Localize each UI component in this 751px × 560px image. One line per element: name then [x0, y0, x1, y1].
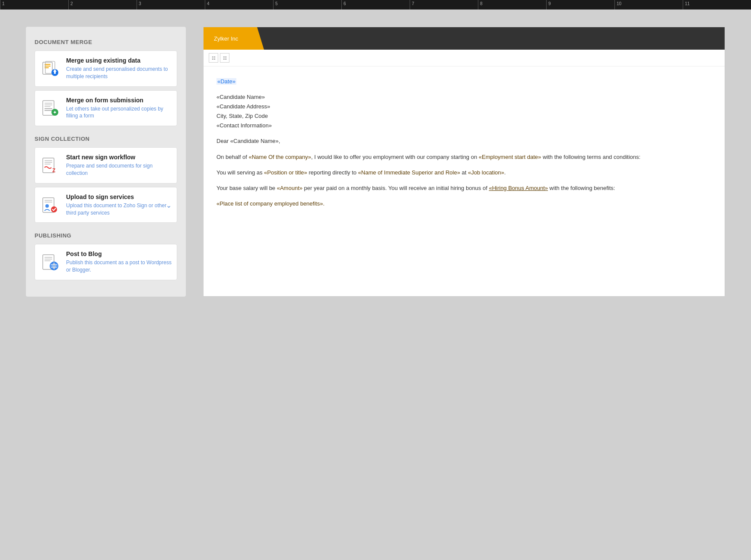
svg-rect-18	[45, 160, 52, 161]
superior-field: «Name of Immediate Superior and Role»	[358, 169, 460, 176]
start-sign-text: Start new sign workflow Prepare and send…	[66, 154, 172, 177]
city-state-zip-field: City, State, Zip Code	[216, 111, 712, 121]
location-field: «Job location»	[468, 169, 504, 176]
paragraph2: You will serving as «Position or title» …	[216, 168, 712, 177]
ruler-mark: 8	[478, 0, 546, 9]
post-blog-text: Post to Blog Publish this document as a …	[66, 250, 172, 274]
svg-rect-24	[45, 202, 52, 202]
ruler-mark: 5	[273, 0, 341, 9]
section-title-document-merge: DOCUMENT MERGE	[35, 39, 177, 45]
candidate-address-field: «Candidate Address»	[216, 102, 712, 111]
sign-workflow-icon: Z	[40, 155, 60, 175]
merge-form-text: Merge on form submission Let others take…	[66, 97, 172, 120]
ruler-mark: 2	[68, 0, 137, 9]
chevron-down-icon: ⌄	[166, 201, 172, 209]
greeting-paragraph: Dear «Candidate Name»,	[216, 136, 712, 146]
paragraph1: On behalf of «Name Of the company», I wo…	[216, 152, 712, 162]
document-header: Zylker Inc	[204, 27, 725, 50]
upload-sign-text: Upload to sign services Upload this docu…	[66, 193, 172, 217]
svg-text:Z: Z	[52, 168, 55, 174]
svg-rect-7	[54, 71, 56, 74]
menu-item-upload-sign[interactable]: Upload to sign services Upload this docu…	[35, 187, 177, 223]
svg-rect-20	[45, 164, 51, 165]
document-tab[interactable]: Zylker Inc	[204, 27, 264, 50]
upload-sign-icon	[40, 195, 60, 215]
company-name-field: «Name Of the company»	[248, 154, 311, 160]
date-paragraph: «Date»	[216, 77, 712, 86]
employment-start-field: «Employment start date»	[479, 154, 541, 160]
svg-rect-16	[54, 111, 55, 114]
ruler-mark: 11	[683, 0, 751, 9]
document-body: «Date» «Candidate Name» «Candidate Addre…	[204, 66, 725, 225]
merge-existing-icon	[40, 59, 60, 79]
menu-item-merge-existing[interactable]: Merge using existing data Create and sen…	[35, 51, 177, 87]
ruler-mark: 10	[614, 0, 683, 9]
section-title-publishing: PUBLISHING	[35, 232, 177, 239]
table-icon[interactable]: ☷	[209, 53, 218, 63]
position-field: «Position or title»	[264, 169, 307, 176]
svg-rect-12	[45, 108, 52, 109]
ruler-mark: 4	[205, 0, 273, 9]
benefits-field: «Place list of company employed benefits…	[216, 200, 325, 207]
grid-icon[interactable]: ☷	[220, 53, 229, 63]
date-field: «Date»	[216, 78, 236, 85]
svg-rect-9	[45, 103, 52, 104]
svg-rect-19	[45, 162, 52, 163]
merge-form-icon	[40, 98, 60, 118]
candidate-name-field: «Candidate Name»	[216, 92, 712, 102]
menu-item-start-sign[interactable]: Z Start new sign workflow Prepare and se…	[35, 147, 177, 184]
menu-item-post-blog[interactable]: Post to Blog Publish this document as a …	[35, 244, 177, 280]
svg-rect-23	[45, 200, 52, 201]
svg-rect-13	[45, 110, 52, 111]
contact-info-field: «Contact Information»	[216, 121, 712, 130]
ruler-mark: 9	[546, 0, 614, 9]
svg-rect-30	[45, 260, 51, 261]
ruler-mark: 3	[137, 0, 205, 9]
svg-rect-11	[45, 106, 51, 107]
amount-field: «Amount»	[277, 185, 302, 191]
benefits-paragraph: «Place list of company employed benefits…	[216, 199, 712, 209]
document-tab-label: Zylker Inc	[214, 35, 238, 42]
svg-rect-29	[45, 259, 52, 259]
left-panel: DOCUMENT MERGE Merge	[26, 27, 186, 297]
section-title-sign-collection: SIGN COLLECTION	[35, 136, 177, 142]
hiring-bonus-field: «Hiring Bonus Amount»	[489, 185, 548, 191]
menu-item-merge-form[interactable]: Merge on form submission Let others take…	[35, 90, 177, 127]
document-toolbar: ☷ ☷	[204, 50, 725, 66]
ruler-mark: 1	[0, 0, 68, 9]
merge-existing-text: Merge using existing data Create and sen…	[66, 57, 172, 80]
paragraph3: Your base salary will be «Amount» per ye…	[216, 184, 712, 193]
svg-rect-10	[45, 104, 52, 105]
blog-icon	[40, 252, 60, 272]
svg-rect-28	[45, 257, 52, 258]
ruler-mark: 7	[410, 0, 478, 9]
svg-point-25	[45, 204, 49, 208]
ruler: 1 2 3 4 5 6 7 8 9 10 11	[0, 0, 751, 9]
address-block: «Candidate Name» «Candidate Address» Cit…	[216, 92, 712, 130]
ruler-mark: 6	[341, 0, 410, 9]
document-preview: Zylker Inc ☷ ☷ «Date» «Candidate Name» «…	[203, 27, 725, 297]
